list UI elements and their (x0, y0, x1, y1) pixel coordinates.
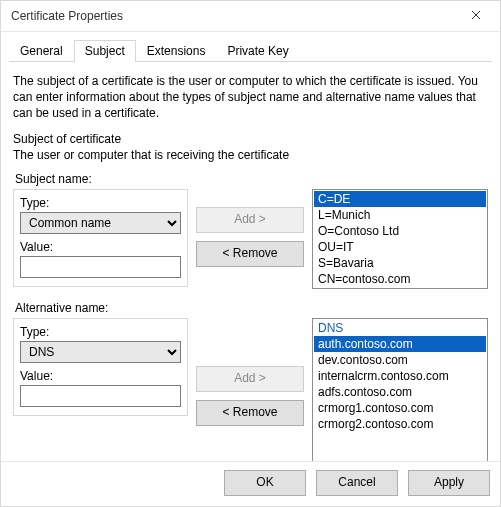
list-item[interactable]: auth.contoso.com (314, 336, 486, 352)
subject-listbox[interactable]: C=DE L=Munich O=Contoso Ltd OU=IT S=Bava… (312, 189, 488, 289)
close-icon (471, 9, 481, 23)
subject-value-input[interactable] (20, 256, 181, 278)
subject-name-fieldbox: Type: Common name Value: (13, 189, 188, 287)
alt-add-button[interactable]: Add > (196, 366, 304, 392)
list-item[interactable]: adfs.contoso.com (314, 384, 486, 400)
alt-value-label: Value: (20, 369, 181, 383)
list-item[interactable]: internalcrm.contoso.com (314, 368, 486, 384)
alt-listbox[interactable]: DNS auth.contoso.com dev.contoso.com int… (312, 318, 488, 461)
ok-button[interactable]: OK (224, 470, 306, 496)
tab-content-subject: The subject of a certificate is the user… (1, 63, 500, 461)
cancel-button[interactable]: Cancel (316, 470, 398, 496)
list-item[interactable]: S=Bavaria (314, 255, 486, 271)
apply-button[interactable]: Apply (408, 470, 490, 496)
alt-value-input[interactable] (20, 385, 181, 407)
subject-of-certificate-heading: Subject of certificate (13, 132, 488, 146)
subject-type-label: Type: (20, 196, 181, 210)
list-item[interactable]: C=DE (314, 191, 486, 207)
list-heading-dns: DNS (314, 320, 486, 336)
subject-name-group-label: Subject name: (15, 172, 488, 186)
subject-add-button[interactable]: Add > (196, 207, 304, 233)
alt-remove-button[interactable]: < Remove (196, 400, 304, 426)
close-button[interactable] (456, 2, 496, 30)
list-item[interactable]: crmorg2.contoso.com (314, 416, 486, 432)
list-item[interactable]: O=Contoso Ltd (314, 223, 486, 239)
tab-strip: General Subject Extensions Private Key (9, 38, 492, 62)
window-title: Certificate Properties (11, 9, 123, 23)
subject-name-row: Type: Common name Value: Add > < Remove … (13, 189, 488, 289)
list-item[interactable]: CN=contoso.com (314, 271, 486, 287)
dialog-button-row: OK Cancel Apply (1, 461, 500, 506)
tab-general[interactable]: General (9, 40, 74, 62)
subject-remove-button[interactable]: < Remove (196, 241, 304, 267)
alt-type-label: Type: (20, 325, 181, 339)
list-item[interactable]: dev.contoso.com (314, 352, 486, 368)
subject-of-certificate-sub: The user or computer that is receiving t… (13, 148, 488, 162)
list-item[interactable]: OU=IT (314, 239, 486, 255)
list-item[interactable]: crmorg1.contoso.com (314, 400, 486, 416)
subject-value-label: Value: (20, 240, 181, 254)
dialog-window: Certificate Properties General Subject E… (0, 0, 501, 507)
alternative-name-group-label: Alternative name: (15, 301, 488, 315)
alt-name-fieldbox: Type: DNS Value: (13, 318, 188, 416)
subject-type-select[interactable]: Common name (20, 212, 181, 234)
tab-subject[interactable]: Subject (74, 40, 136, 62)
intro-text: The subject of a certificate is the user… (13, 73, 488, 122)
list-item[interactable]: L=Munich (314, 207, 486, 223)
alternative-name-row: Type: DNS Value: Add > < Remove DNS auth… (13, 318, 488, 461)
titlebar: Certificate Properties (1, 1, 500, 32)
alt-type-select[interactable]: DNS (20, 341, 181, 363)
tab-private-key[interactable]: Private Key (216, 40, 299, 62)
tab-extensions[interactable]: Extensions (136, 40, 217, 62)
